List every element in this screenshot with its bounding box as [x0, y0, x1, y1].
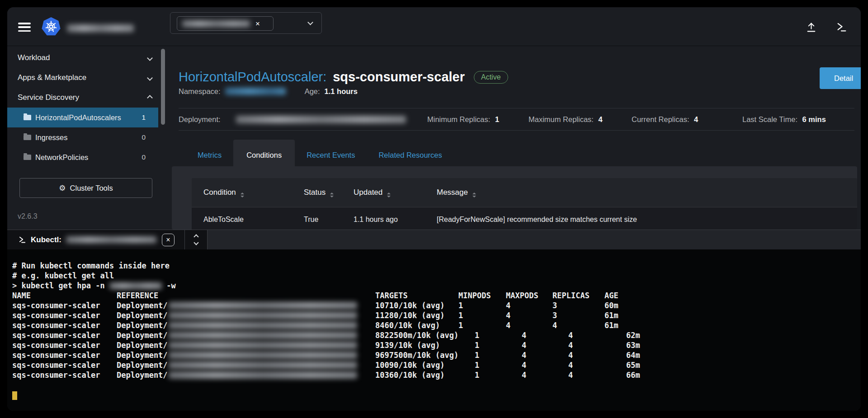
terminal-hpa-row: sqs-consumer-scalerDeployment/10090/10k … [7, 360, 861, 370]
meta-row: Deployment: Minimum Replicas: 1 Maximum … [7, 113, 861, 127]
resource-count-badge: 0 [142, 153, 146, 161]
table-row[interactable]: AbleToScale True 1.1 hours ago [ReadyFor… [192, 207, 857, 230]
terminal-reference-redacted [169, 342, 357, 349]
sidebar-group-service-discovery[interactable]: Service Discovery [7, 88, 158, 108]
current-replicas-field: Current Replicas: 4 [632, 115, 698, 124]
deployment-value-redacted[interactable] [236, 116, 406, 123]
column-header-message[interactable]: Message [437, 188, 857, 197]
terminal-reference-redacted [169, 371, 357, 379]
sort-icon[interactable] [472, 193, 476, 197]
terminal-cursor-line [7, 390, 861, 400]
cluster-name-redacted[interactable] [67, 24, 134, 32]
namespace-value-redacted[interactable] [225, 88, 286, 95]
sidebar-scrollbar [160, 46, 166, 230]
namespace-chip-redacted [182, 20, 250, 27]
status-cell: True [304, 216, 354, 224]
terminal-hpa-row: sqs-consumer-scalerDeployment/9697500m/1… [7, 350, 861, 360]
terminal-table-rows: sqs-consumer-scalerDeployment/10710/10k … [7, 301, 861, 380]
conditions-table: Condition Status Updated Message AbleToS… [192, 178, 857, 230]
conditions-panel: Condition Status Updated Message AbleToS… [172, 166, 857, 230]
terminal-hpa-row: sqs-consumer-scalerDeployment/10710/10k … [7, 301, 861, 310]
cluster-tools-button[interactable]: ⚙ Cluster Tools [19, 178, 152, 198]
kubectl-terminal[interactable]: # Run kubectl commands inside here # e.g… [7, 249, 861, 411]
max-replicas-label: Maximum Replicas: [528, 115, 594, 123]
column-header-updated[interactable]: Updated [354, 188, 437, 197]
terminal-col-replicas: REPLICAS [552, 291, 590, 301]
column-header-condition[interactable]: Condition [203, 188, 304, 197]
age-value: 1.1 hours [325, 87, 358, 96]
tab-bar: Metrics Conditions Recent Events Related… [186, 140, 454, 166]
sidebar-group-label: Workload [18, 53, 148, 62]
tab-metrics[interactable]: Metrics [186, 140, 233, 166]
kubernetes-logo-icon[interactable] [42, 17, 61, 36]
resource-count-badge: 0 [142, 133, 146, 141]
terminal-hpa-row: sqs-consumer-scalerDeployment/10360/10k … [7, 370, 861, 380]
terminal-reference-redacted [169, 362, 357, 369]
tab-conditions[interactable]: Conditions [233, 140, 295, 166]
terminal-col-minpods: MINPODS [458, 291, 491, 301]
tab-recent-events[interactable]: Recent Events [295, 140, 367, 166]
terminal-col-maxpods: MAXPODS [506, 291, 538, 301]
terminal-hpa-row: sqs-consumer-scalerDeployment/8822500m/1… [7, 330, 861, 340]
chevron-down-icon [193, 240, 198, 245]
sidebar-group-apps-marketplace[interactable]: Apps & Marketplace [7, 68, 158, 88]
resource-type-label: HorizontalPodAutoscaler: [179, 70, 326, 85]
terminal-reference-redacted [169, 302, 357, 309]
kubectl-expand-toggle[interactable] [185, 230, 208, 249]
terminal-col-targets: TARGETS [375, 291, 408, 301]
folder-icon [24, 155, 31, 160]
status-badge: Active [474, 71, 508, 84]
terminal-namespace-redacted [109, 282, 162, 289]
import-yaml-icon[interactable] [806, 22, 817, 33]
sidebar-item-label: NetworkPolicies [35, 153, 88, 162]
detail-button[interactable]: Detail [820, 67, 861, 89]
cluster-tools-label: Cluster Tools [70, 184, 113, 193]
sidebar-group-label: Apps & Marketplace [18, 73, 148, 82]
terminal-cursor [12, 391, 17, 400]
last-scale-time-field: Last Scale Time: 6 mins [742, 115, 826, 124]
condition-cell: AbleToScale [203, 216, 304, 224]
last-scale-time-label: Last Scale Time: [742, 115, 797, 123]
kubectl-tab-label: Kubectl: [31, 235, 61, 244]
chip-clear-icon[interactable]: × [255, 20, 260, 28]
sort-icon[interactable] [330, 193, 334, 197]
message-cell: [ReadyForNewScale] recommended size matc… [437, 216, 857, 224]
kubectl-shell-icon[interactable] [836, 22, 847, 33]
divider [179, 108, 854, 108]
terminal-hpa-row: sqs-consumer-scalerDeployment/8460/10k (… [7, 320, 861, 330]
menu-icon[interactable] [18, 23, 31, 32]
topbar-actions [806, 22, 847, 33]
age-label: Age: [305, 87, 320, 96]
namespace-label: Namespace: [179, 87, 221, 96]
max-replicas-value: 4 [599, 115, 603, 123]
shell-prompt-icon [19, 236, 26, 244]
namespace-filter-dropdown[interactable]: × [170, 12, 322, 34]
tab-related-resources[interactable]: Related Resources [367, 140, 453, 166]
terminal-reference-redacted [169, 332, 357, 339]
folder-icon [24, 135, 31, 140]
resource-name: sqs-consumer-scaler [333, 70, 465, 85]
terminal-comment-line: # e.g. kubectl get all [7, 271, 861, 281]
column-header-status[interactable]: Status [304, 188, 354, 197]
kubectl-close-button[interactable]: × [162, 234, 175, 246]
terminal-reference-redacted [169, 322, 357, 329]
sidebar-item-ingresses[interactable]: Ingresses 0 [7, 127, 158, 147]
chevron-down-icon[interactable] [307, 19, 313, 25]
terminal-reference-redacted [169, 312, 357, 319]
updated-cell: 1.1 hours ago [354, 216, 437, 224]
sidebar-item-label: Ingresses [35, 133, 68, 142]
kubectl-bar: Kubectl: × [7, 230, 861, 249]
kubectl-tab[interactable]: Kubectl: × [7, 230, 185, 249]
sort-icon[interactable] [241, 193, 244, 197]
sidebar-item-networkpolicies[interactable]: NetworkPolicies 0 [7, 147, 158, 167]
conditions-table-header: Condition Status Updated Message [192, 178, 857, 207]
sort-icon[interactable] [387, 193, 391, 197]
chevron-up-icon [147, 95, 153, 101]
current-replicas-value: 4 [694, 115, 698, 123]
sidebar-group-workload[interactable]: Workload [7, 48, 158, 68]
terminal-command-line: > kubectl get hpa -n -w [7, 281, 861, 291]
terminal-col-reference: REFERENCE [117, 291, 158, 301]
screen: × Workload Apps & Marketplace Service Di… [0, 0, 868, 418]
chevron-down-icon [147, 75, 153, 81]
divider [179, 130, 854, 131]
